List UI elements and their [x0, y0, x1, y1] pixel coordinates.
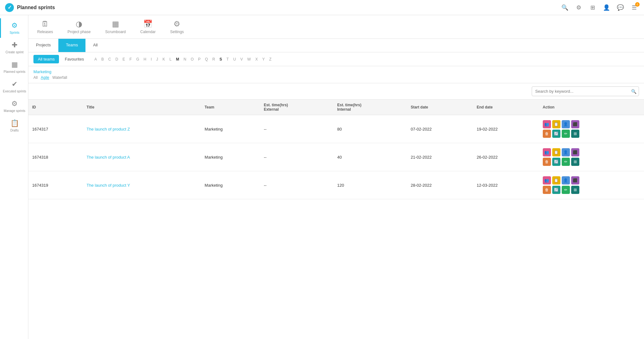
- action-yellow-icon[interactable]: 📋: [552, 120, 560, 128]
- alpha-i[interactable]: I: [149, 56, 153, 63]
- manage-sprints-icon: ⚙: [11, 100, 18, 108]
- cell-start-date: 07-02-2022: [407, 115, 473, 143]
- action-purple-icon[interactable]: ⬛: [571, 176, 579, 184]
- screen-icon[interactable]: ⊞: [588, 3, 597, 12]
- table-row: 1674317 The launch of product Z Marketin…: [28, 115, 644, 143]
- action-dark-teal-icon[interactable]: ⊞: [571, 158, 579, 166]
- tab-teams[interactable]: Teams: [58, 39, 85, 52]
- alpha-r[interactable]: R: [211, 56, 217, 63]
- action-green-icon[interactable]: ✏: [562, 130, 570, 138]
- sprint-title-link[interactable]: The launch of product Y: [87, 183, 130, 188]
- search-row: 🔍: [28, 83, 644, 100]
- drafts-icon: 📋: [10, 119, 19, 127]
- alpha-t[interactable]: T: [225, 56, 230, 63]
- sidebar-item-drafts[interactable]: 📋 Drafts: [0, 116, 28, 136]
- alpha-w[interactable]: W: [246, 56, 252, 63]
- search-icon[interactable]: 🔍: [560, 3, 570, 12]
- alpha-l[interactable]: L: [168, 56, 173, 63]
- action-orange-icon[interactable]: 🗑: [543, 130, 551, 138]
- action-green-icon[interactable]: ✏: [562, 186, 570, 194]
- filter-favourites-btn[interactable]: Favourites: [60, 55, 88, 63]
- search-icon: 🔍: [631, 89, 636, 94]
- nav-item-calendar[interactable]: 📅 Calendar: [138, 18, 158, 35]
- sprint-title-link[interactable]: The launch of product Z: [87, 127, 130, 132]
- alpha-g[interactable]: G: [135, 56, 141, 63]
- chat-icon[interactable]: 💬: [616, 3, 625, 12]
- type-filter-agile[interactable]: Agile: [41, 75, 49, 80]
- action-teal-icon[interactable]: 🔄: [552, 130, 560, 138]
- alpha-a[interactable]: A: [93, 56, 98, 63]
- cell-title: The launch of product A: [83, 143, 201, 171]
- action-blue-icon[interactable]: 👤: [562, 176, 570, 184]
- action-purple-icon[interactable]: ⬛: [571, 120, 579, 128]
- alpha-k[interactable]: K: [161, 56, 167, 63]
- planned-sprints-icon: ▦: [11, 61, 18, 69]
- alpha-x[interactable]: X: [254, 56, 259, 63]
- logo: ✓: [5, 3, 14, 12]
- nav-item-scrumboard[interactable]: ▦ Scrumboard: [102, 18, 128, 35]
- project-phase-label: Project phase: [67, 30, 91, 34]
- action-yellow-icon[interactable]: 📋: [552, 148, 560, 156]
- alpha-y[interactable]: Y: [261, 56, 266, 63]
- table-row: 1674319 The launch of product Y Marketin…: [28, 171, 644, 199]
- alpha-e[interactable]: E: [121, 56, 127, 63]
- action-orange-icon[interactable]: 🗑: [543, 158, 551, 166]
- cell-id: 1674318: [28, 143, 83, 171]
- alpha-v[interactable]: V: [239, 56, 244, 63]
- action-pink-icon[interactable]: 👥: [543, 120, 551, 128]
- type-filter-all[interactable]: All: [33, 75, 38, 80]
- cell-start-date: 28-02-2022: [407, 171, 473, 199]
- action-dark-teal-icon[interactable]: ⊞: [571, 130, 579, 138]
- action-blue-icon[interactable]: 👤: [562, 120, 570, 128]
- sidebar-item-manage-sprints[interactable]: ⚙ Manage sprints: [0, 96, 28, 116]
- alpha-b[interactable]: B: [100, 56, 105, 63]
- alpha-z[interactable]: Z: [267, 56, 273, 63]
- search-input[interactable]: [532, 86, 639, 96]
- action-blue-icon[interactable]: 👤: [562, 148, 570, 156]
- type-filter-waterfall[interactable]: Waterfall: [52, 75, 67, 80]
- action-purple-icon[interactable]: ⬛: [571, 148, 579, 156]
- cell-team: Marketing: [201, 171, 260, 199]
- settings-icon[interactable]: ⚙: [574, 3, 583, 12]
- tab-projects[interactable]: Projects: [28, 39, 58, 52]
- action-teal-icon[interactable]: 🔄: [552, 186, 560, 194]
- user-icon[interactable]: 👤: [602, 3, 611, 12]
- action-green-icon[interactable]: ✏: [562, 158, 570, 166]
- alpha-n[interactable]: N: [182, 56, 188, 63]
- alpha-q[interactable]: Q: [203, 56, 209, 63]
- filter-all-teams-btn[interactable]: All teams: [33, 55, 59, 63]
- menu-icon[interactable]: ☰ 0: [629, 3, 639, 12]
- sidebar-item-planned-sprints[interactable]: ▦ Planned sprints: [0, 57, 28, 77]
- sidebar-item-sprints[interactable]: ⚙ Sprints: [0, 18, 28, 38]
- sprint-title-link[interactable]: The launch of product A: [87, 155, 130, 160]
- nav-item-project-phase[interactable]: ◑ Project phase: [65, 18, 93, 35]
- alpha-p[interactable]: P: [196, 56, 202, 63]
- tab-all[interactable]: All: [85, 39, 105, 52]
- nav-item-settings[interactable]: ⚙ Settings: [168, 18, 186, 35]
- alpha-j[interactable]: J: [155, 56, 160, 63]
- alpha-c[interactable]: C: [107, 56, 113, 63]
- alpha-h[interactable]: H: [142, 56, 148, 63]
- action-dark-teal-icon[interactable]: ⊞: [571, 186, 579, 194]
- alpha-o[interactable]: O: [189, 56, 195, 63]
- action-pink-icon[interactable]: 👥: [543, 176, 551, 184]
- sidebar-item-create-sprint[interactable]: ✚ Create sprint: [0, 38, 28, 57]
- action-teal-icon[interactable]: 🔄: [552, 158, 560, 166]
- marketing-team-link[interactable]: Marketing: [33, 69, 639, 74]
- action-yellow-icon[interactable]: 📋: [552, 176, 560, 184]
- sidebar-item-executed-sprints[interactable]: ✔ Executed sprints: [0, 77, 28, 96]
- alpha-d[interactable]: D: [114, 56, 120, 63]
- sidebar-item-label: Drafts: [10, 129, 19, 132]
- action-orange-icon[interactable]: 🗑: [543, 186, 551, 194]
- alpha-u[interactable]: U: [231, 56, 237, 63]
- settings-nav-icon: ⚙: [173, 20, 180, 28]
- table-row: 1674318 The launch of product A Marketin…: [28, 143, 644, 171]
- col-start-date: Start date: [407, 100, 473, 115]
- alpha-f[interactable]: F: [128, 56, 133, 63]
- alpha-s[interactable]: S: [218, 56, 224, 63]
- alpha-filter: A B C D E F G H I J K L M N O P Q R S T: [93, 56, 273, 63]
- nav-item-releases[interactable]: 🗓 Releases: [35, 18, 56, 35]
- action-pink-icon[interactable]: 👥: [543, 148, 551, 156]
- cell-id: 1674317: [28, 115, 83, 143]
- alpha-m[interactable]: M: [174, 56, 181, 63]
